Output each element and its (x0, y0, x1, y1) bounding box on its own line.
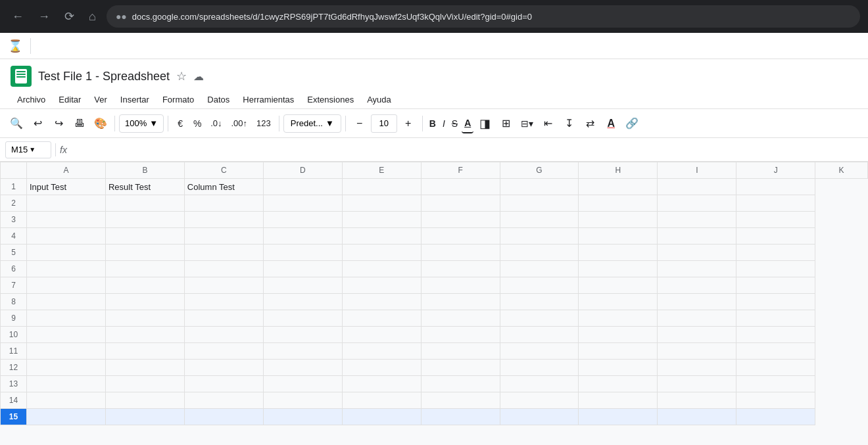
cell-ref-dropdown[interactable]: ▼ (29, 146, 36, 153)
table-cell[interactable] (342, 261, 421, 277)
table-cell[interactable] (421, 245, 500, 261)
table-cell[interactable] (184, 409, 263, 425)
table-cell[interactable] (184, 327, 263, 343)
col-header-c[interactable]: C (184, 162, 263, 179)
table-cell[interactable] (105, 212, 184, 228)
table-cell[interactable] (421, 228, 500, 245)
align-left-button[interactable]: ⇤ (538, 114, 558, 133)
table-cell[interactable] (658, 343, 736, 360)
table-cell[interactable] (736, 179, 815, 195)
table-cell[interactable] (184, 360, 263, 376)
table-cell[interactable] (500, 245, 579, 261)
table-cell[interactable] (184, 195, 263, 212)
row-header-6[interactable]: 6 (1, 261, 27, 277)
col-header-i[interactable]: I (658, 162, 736, 179)
table-cell[interactable] (658, 179, 736, 195)
table-cell[interactable] (263, 360, 342, 376)
table-cell[interactable] (342, 228, 421, 245)
row-header-8[interactable]: 8 (1, 294, 27, 310)
formula-input[interactable] (71, 145, 863, 154)
table-cell[interactable] (658, 409, 736, 425)
fill-color-button[interactable]: ◨ (475, 114, 494, 133)
table-cell[interactable] (658, 310, 736, 327)
table-cell[interactable] (263, 261, 342, 277)
table-cell[interactable] (184, 392, 263, 409)
font-size-increase-button[interactable]: + (398, 114, 418, 133)
table-cell[interactable] (342, 294, 421, 310)
table-cell[interactable] (658, 245, 736, 261)
table-cell[interactable] (658, 195, 736, 212)
table-cell[interactable] (421, 277, 500, 294)
table-cell[interactable] (105, 245, 184, 261)
sheet-table-wrapper[interactable]: A B C D E F G H I J K 1Input TestResult … (0, 162, 868, 425)
table-cell[interactable] (500, 195, 579, 212)
table-cell[interactable] (421, 195, 500, 212)
table-cell[interactable] (105, 294, 184, 310)
table-cell[interactable] (736, 212, 815, 228)
table-cell[interactable] (263, 179, 342, 195)
table-cell[interactable] (263, 409, 342, 425)
table-cell[interactable] (263, 392, 342, 409)
menu-herramientas[interactable]: Herramientas (236, 91, 301, 108)
table-cell[interactable] (263, 376, 342, 392)
table-cell[interactable] (736, 376, 815, 392)
decimal-down-button[interactable]: .0↓ (206, 117, 226, 129)
table-cell[interactable] (579, 277, 658, 294)
col-header-k[interactable]: K (815, 162, 868, 179)
table-cell[interactable] (500, 277, 579, 294)
font-family-dropdown[interactable]: Predet... ▼ (283, 114, 341, 133)
row-header-15[interactable]: 15 (1, 409, 27, 425)
table-cell[interactable] (658, 392, 736, 409)
print-button[interactable]: 🖶 (70, 114, 89, 133)
table-cell[interactable] (500, 294, 579, 310)
table-cell[interactable] (579, 245, 658, 261)
table-cell[interactable] (500, 179, 579, 195)
table-cell[interactable] (342, 360, 421, 376)
col-header-g[interactable]: G (500, 162, 579, 179)
table-cell[interactable] (263, 245, 342, 261)
number-format-button[interactable]: 123 (253, 117, 275, 129)
menu-datos[interactable]: Datos (201, 91, 236, 108)
table-cell[interactable] (27, 360, 106, 376)
table-cell[interactable] (27, 195, 106, 212)
table-cell[interactable]: Column Test (184, 179, 263, 195)
table-cell[interactable] (500, 360, 579, 376)
col-header-a[interactable]: A (27, 162, 106, 179)
table-cell[interactable] (184, 228, 263, 245)
strikethrough-button[interactable]: S (449, 114, 460, 133)
table-cell[interactable] (579, 360, 658, 376)
table-cell[interactable] (263, 212, 342, 228)
address-bar[interactable]: ●● docs.google.com/spreadsheets/d/1cwyzR… (107, 5, 860, 28)
link-button[interactable]: 🔗 (622, 114, 642, 133)
table-cell[interactable] (27, 392, 106, 409)
table-cell[interactable] (500, 327, 579, 343)
menu-insertar[interactable]: Insertar (114, 91, 156, 108)
table-cell[interactable] (736, 294, 815, 310)
table-cell[interactable] (184, 310, 263, 327)
col-header-d[interactable]: D (263, 162, 342, 179)
table-cell[interactable] (263, 327, 342, 343)
doc-title[interactable]: Test File 1 - Spreadsheet (38, 70, 170, 83)
table-cell[interactable] (342, 392, 421, 409)
row-header-5[interactable]: 5 (1, 245, 27, 261)
col-header-h[interactable]: H (579, 162, 658, 179)
row-header-12[interactable]: 12 (1, 360, 27, 376)
table-cell[interactable] (105, 310, 184, 327)
italic-button[interactable]: I (440, 114, 448, 133)
table-cell[interactable] (421, 376, 500, 392)
table-cell[interactable] (421, 212, 500, 228)
table-cell[interactable] (421, 294, 500, 310)
table-cell[interactable] (184, 294, 263, 310)
percent-button[interactable]: % (189, 114, 205, 133)
wrap-button[interactable]: ⇄ (580, 114, 600, 133)
table-cell[interactable] (105, 409, 184, 425)
table-cell[interactable] (421, 343, 500, 360)
table-cell[interactable] (184, 376, 263, 392)
row-header-7[interactable]: 7 (1, 277, 27, 294)
table-cell[interactable] (421, 409, 500, 425)
table-cell[interactable] (500, 310, 579, 327)
table-cell[interactable] (579, 261, 658, 277)
table-cell[interactable] (579, 409, 658, 425)
table-cell[interactable] (658, 228, 736, 245)
zoom-control[interactable]: 100% ▼ (119, 114, 164, 133)
